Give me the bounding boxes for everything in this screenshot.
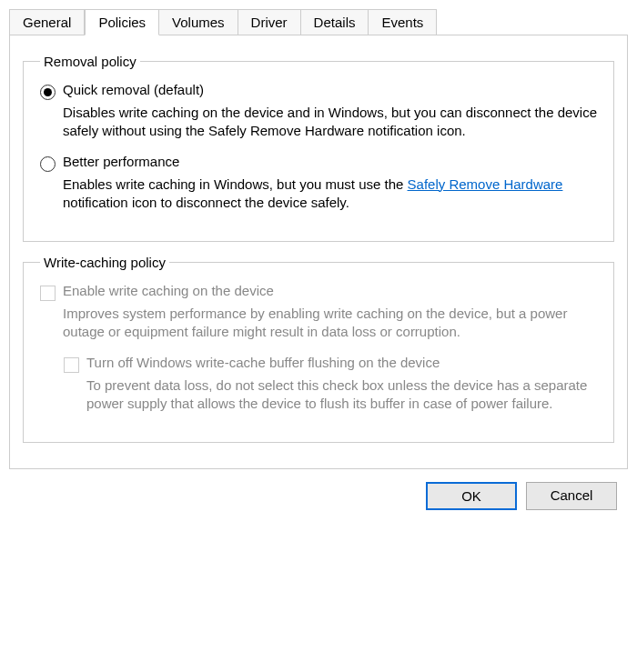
turn-off-flush-label: Turn off Windows write-cache buffer flus… [86, 355, 440, 370]
checkbox-icon [64, 357, 79, 373]
write-caching-policy-group: Write-caching policy Enable write cachin… [23, 255, 614, 443]
removal-policy-legend: Removal policy [40, 54, 140, 69]
tab-policies[interactable]: Policies [85, 9, 159, 35]
turn-off-flush-option: Turn off Windows write-cache buffer flus… [64, 355, 597, 373]
tab-general[interactable]: General [9, 9, 85, 35]
radio-icon[interactable] [40, 85, 56, 100]
desc-suffix: notification icon to disconnect the devi… [63, 195, 349, 210]
write-caching-policy-legend: Write-caching policy [40, 255, 169, 270]
quick-removal-desc: Disables write caching on the device and… [63, 104, 597, 141]
tab-strip: General Policies Volumes Driver Details … [9, 9, 628, 35]
quick-removal-label: Quick removal (default) [63, 82, 204, 97]
checkbox-icon [40, 286, 56, 301]
enable-write-caching-desc: Improves system performance by enabling … [63, 305, 597, 342]
radio-icon[interactable] [40, 156, 56, 172]
cancel-button[interactable]: Cancel [526, 482, 617, 510]
turn-off-flush-desc: To prevent data loss, do not select this… [86, 376, 597, 414]
properties-dialog: General Policies Volumes Driver Details … [0, 0, 637, 523]
better-performance-option[interactable]: Better performance [40, 154, 597, 172]
removal-policy-group: Removal policy Quick removal (default) D… [23, 54, 614, 242]
ok-button[interactable]: OK [426, 482, 517, 510]
tab-driver[interactable]: Driver [238, 9, 301, 35]
tab-details[interactable]: Details [301, 9, 369, 35]
better-performance-label: Better performance [63, 154, 179, 169]
better-performance-desc: Enables write caching in Windows, but yo… [63, 176, 597, 213]
enable-write-caching-label: Enable write caching on the device [63, 283, 274, 298]
enable-write-caching-option: Enable write caching on the device [40, 283, 597, 301]
desc-prefix: Enables write caching in Windows, but yo… [63, 176, 408, 192]
tab-events[interactable]: Events [369, 9, 437, 35]
nested-option-container: Turn off Windows write-cache buffer flus… [64, 355, 597, 414]
dialog-button-row: OK Cancel [9, 469, 628, 523]
tab-volumes[interactable]: Volumes [159, 9, 238, 35]
tab-content-policies: Removal policy Quick removal (default) D… [9, 35, 628, 469]
quick-removal-option[interactable]: Quick removal (default) [40, 82, 597, 100]
safely-remove-hardware-link[interactable]: Safely Remove Hardware [408, 176, 563, 192]
